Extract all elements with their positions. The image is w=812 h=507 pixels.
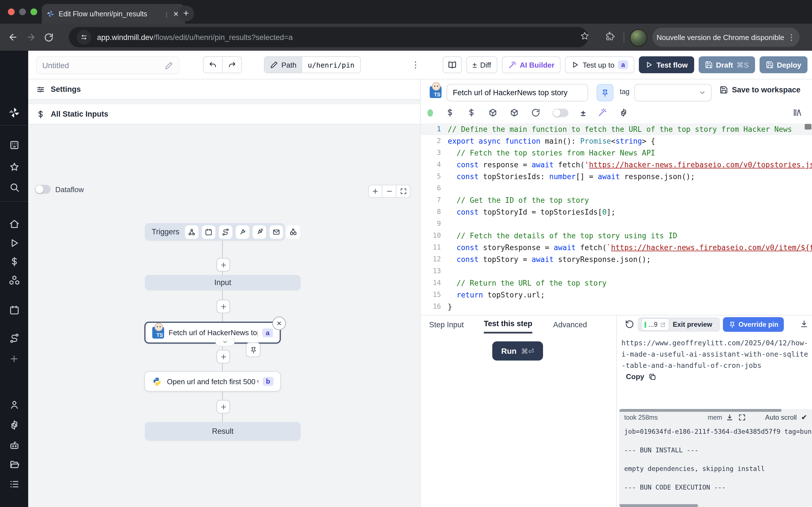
add-step-button[interactable] <box>216 400 230 413</box>
collapse-step-icon[interactable] <box>215 338 235 346</box>
sidebar-item-settings[interactable] <box>0 417 28 432</box>
redo-button[interactable] <box>223 56 242 73</box>
step-b-node[interactable]: Open url and fetch first 500 words of ..… <box>144 371 281 392</box>
deploy-button[interactable]: Deploy <box>759 56 808 73</box>
download-icon[interactable] <box>800 320 809 328</box>
log-hscrollbar-top[interactable] <box>619 409 781 412</box>
zoom-in-button[interactable] <box>368 185 382 198</box>
bookmark-star-icon[interactable] <box>580 31 590 41</box>
pinned-result-icon[interactable] <box>246 342 260 357</box>
contextual-variables-icon[interactable] <box>467 108 476 117</box>
new-tab-button[interactable]: + <box>178 6 194 21</box>
exit-preview-button[interactable]: Exit preview <box>673 321 712 328</box>
websocket-trigger-icon[interactable] <box>236 225 249 238</box>
zoom-out-button[interactable] <box>382 185 396 198</box>
close-window-button[interactable] <box>8 8 15 15</box>
sidebar-item-folders[interactable] <box>0 457 28 471</box>
job-result-chip[interactable]: ...9 <box>641 318 669 331</box>
step-summary-input[interactable]: Fetch url of HackerNews top story <box>447 84 588 101</box>
sidebar-item-home[interactable] <box>0 216 28 231</box>
library-icon[interactable] <box>792 108 802 117</box>
ai-builder-button[interactable]: AI Builder <box>502 56 561 73</box>
path-button[interactable]: Path u/henri/pin <box>264 56 361 73</box>
code-scrollbar-thumb[interactable] <box>805 124 811 129</box>
tab-advanced[interactable]: Advanced <box>553 316 587 334</box>
sidebar-item-add[interactable] <box>0 351 28 366</box>
sidebar-item-runs[interactable] <box>0 235 28 250</box>
diff-button[interactable]: ±Diff <box>466 56 497 73</box>
editor-settings-icon[interactable] <box>619 108 628 117</box>
flow-static-inputs-row[interactable]: All Static Inputs <box>28 104 420 124</box>
flow-settings-row[interactable]: Settings <box>28 79 420 100</box>
kafka-trigger-icon[interactable] <box>253 225 266 238</box>
forward-icon[interactable] <box>26 32 36 42</box>
log-panel[interactable]: took 258ms mem peak: 2 Auto scroll ✔ job… <box>619 409 812 507</box>
flow-name-input[interactable]: Untitled <box>36 56 179 74</box>
sidebar-item-workers[interactable] <box>0 438 28 452</box>
sidebar-item-workspace[interactable] <box>0 137 28 152</box>
sidebar-item-resources[interactable] <box>0 273 28 287</box>
pin-toggle-button[interactable] <box>597 84 613 101</box>
dataflow-toggle[interactable] <box>35 185 51 194</box>
browser-tab[interactable]: Edit Flow u/henri/pin_results | ✕ <box>42 4 185 24</box>
add-step-button[interactable] <box>216 258 230 272</box>
draft-button[interactable]: Draft ⌘S <box>698 56 755 73</box>
route-trigger-icon[interactable] <box>219 225 232 238</box>
expand-icon[interactable] <box>738 413 746 421</box>
variables-icon[interactable] <box>446 108 455 117</box>
override-pin-button[interactable]: Override pin <box>723 317 784 332</box>
triggers-node[interactable]: Triggers <box>145 223 285 240</box>
back-icon[interactable] <box>8 32 18 42</box>
result-node[interactable]: Result <box>145 422 301 441</box>
sidebar-item-routes[interactable] <box>0 331 28 345</box>
sidebar-item-logs[interactable] <box>0 476 28 491</box>
log-hscrollbar-bottom[interactable] <box>619 504 698 507</box>
history-icon[interactable] <box>625 320 635 329</box>
input-node[interactable]: Input <box>145 275 301 290</box>
site-settings-icon[interactable] <box>77 30 91 45</box>
package-icon[interactable] <box>510 108 519 117</box>
diff-icon[interactable]: ± <box>581 108 585 117</box>
add-step-button[interactable] <box>216 350 230 363</box>
delete-step-icon[interactable]: ✕ <box>272 317 286 330</box>
result-url[interactable]: https://www.geoffreylitt.com/2025/04/12/… <box>621 337 811 371</box>
sidebar-item-schedules[interactable] <box>0 302 28 317</box>
sidebar-item-users[interactable] <box>0 397 28 412</box>
maximize-window-button[interactable] <box>31 8 37 15</box>
docs-button[interactable] <box>443 56 462 73</box>
save-to-workspace-button[interactable]: Save to workspace <box>719 86 801 94</box>
omnibox[interactable]: app.windmill.dev/flows/edit/u/henri/pin_… <box>69 27 588 47</box>
poll-trigger-icon[interactable] <box>287 225 300 238</box>
webhook-trigger-icon[interactable] <box>185 225 199 238</box>
flow-canvas[interactable]: Dataflow Triggers <box>28 177 420 507</box>
add-step-button[interactable] <box>216 300 230 313</box>
fit-view-button[interactable] <box>396 185 410 198</box>
tab-test-this-step[interactable]: Test this step <box>484 316 532 334</box>
tab-step-input[interactable]: Step Input <box>429 316 464 334</box>
window-controls[interactable] <box>8 8 37 15</box>
auto-scroll-control[interactable]: Auto scroll ✔ <box>765 413 807 421</box>
ai-wand-icon[interactable] <box>598 108 607 117</box>
schedule-trigger-icon[interactable] <box>202 225 215 238</box>
extensions-puzzle-icon[interactable] <box>605 31 615 41</box>
profile-avatar[interactable] <box>630 29 647 47</box>
external-link-icon[interactable] <box>660 321 666 328</box>
sidebar-item-search[interactable] <box>0 180 28 194</box>
reload-icon[interactable] <box>44 33 54 42</box>
browser-menu-icon[interactable]: ⋮ <box>788 33 795 42</box>
reload-icon[interactable] <box>531 108 540 117</box>
more-options-icon[interactable]: ⋮ <box>409 56 422 73</box>
windmill-logo[interactable] <box>0 105 28 120</box>
package-icon[interactable] <box>488 108 497 117</box>
run-button[interactable]: Run ⌘⏎ <box>492 341 543 360</box>
test-flow-button[interactable]: Test flow <box>639 56 694 73</box>
minimize-window-button[interactable] <box>19 8 26 15</box>
step-a-node[interactable]: TS Fetch url of HackerNews top story a ✕ <box>144 322 281 344</box>
download-icon[interactable] <box>726 413 733 421</box>
sidebar-item-favorites[interactable] <box>0 159 28 174</box>
test-up-to-button[interactable]: Test up to a <box>565 56 635 73</box>
copy-result-button[interactable]: Copy <box>626 372 656 381</box>
code-editor[interactable]: 1// Define the main function to fetch th… <box>421 123 812 314</box>
chrome-update-button[interactable]: Nouvelle version de Chrome disponible ⋮ <box>652 27 800 47</box>
editor-toggle[interactable] <box>553 108 568 117</box>
